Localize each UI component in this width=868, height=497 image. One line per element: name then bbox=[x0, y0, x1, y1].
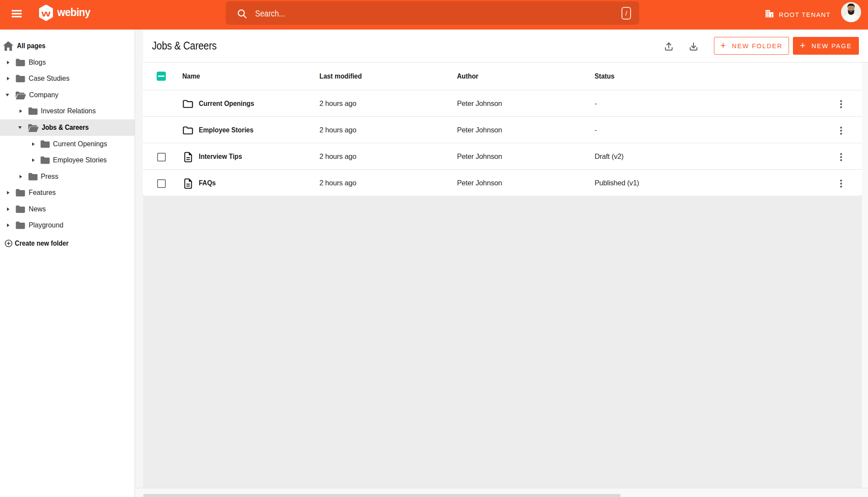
svg-text:w: w bbox=[41, 9, 51, 18]
